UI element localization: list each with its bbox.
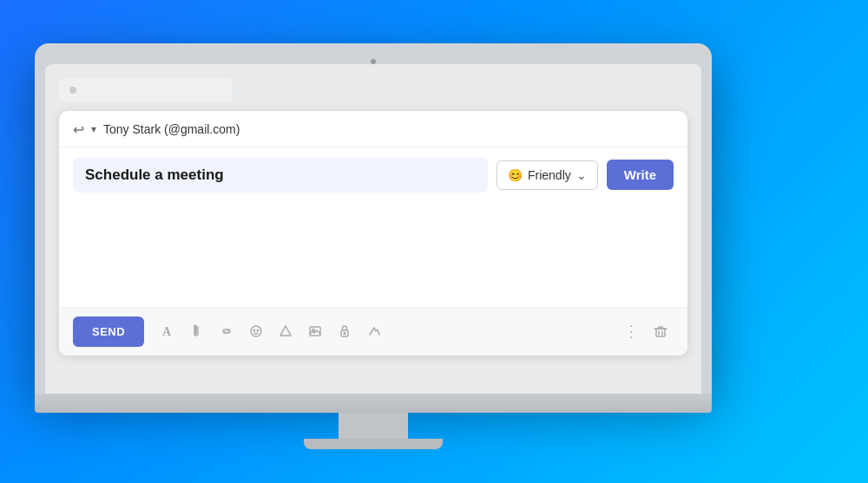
send-button[interactable]: SEND xyxy=(73,317,144,347)
emoji-icon[interactable] xyxy=(243,318,269,344)
attachment-icon[interactable] xyxy=(184,318,210,344)
svg-point-1 xyxy=(251,326,261,336)
svg-point-3 xyxy=(257,330,259,331)
compose-subject-row: 😊 Friendly ⌄ Write xyxy=(59,147,687,203)
photo-icon[interactable] xyxy=(302,318,328,344)
sender-dropdown-icon[interactable]: ▾ xyxy=(91,123,96,135)
tone-chevron-icon: ⌄ xyxy=(576,168,587,182)
sender-name: Tony Stark (@gmail.com) xyxy=(103,122,240,136)
monitor-chin xyxy=(35,394,712,413)
monitor-stand-base xyxy=(304,439,443,449)
browser-tab-bar xyxy=(59,78,233,102)
screen-inner: ↩ ▾ Tony Stark (@gmail.com) 😊 Friendly ⌄… xyxy=(45,64,701,394)
more-options-icon[interactable]: ⋮ xyxy=(618,318,644,344)
subject-input[interactable] xyxy=(73,158,488,193)
back-icon[interactable]: ↩ xyxy=(73,121,84,138)
compose-toolbar: SEND A xyxy=(59,307,687,356)
drive-icon[interactable] xyxy=(273,318,299,344)
tone-label: Friendly xyxy=(528,168,571,182)
write-button[interactable]: Write xyxy=(607,160,674,190)
compose-body[interactable] xyxy=(59,203,687,307)
signature-icon[interactable] xyxy=(361,318,387,344)
link-icon[interactable] xyxy=(214,318,240,344)
monitor-stand-neck xyxy=(339,413,408,439)
svg-text:A: A xyxy=(162,325,172,338)
compose-header: ↩ ▾ Tony Stark (@gmail.com) xyxy=(59,111,687,147)
svg-point-2 xyxy=(253,330,255,331)
tone-selector[interactable]: 😊 Friendly ⌄ xyxy=(496,160,598,190)
camera-dot xyxy=(371,59,376,64)
tone-emoji: 😊 xyxy=(508,168,523,182)
delete-icon[interactable] xyxy=(648,318,674,344)
compose-card: ↩ ▾ Tony Stark (@gmail.com) 😊 Friendly ⌄… xyxy=(59,111,687,356)
svg-marker-4 xyxy=(280,326,291,336)
monitor-screen: ↩ ▾ Tony Stark (@gmail.com) 😊 Friendly ⌄… xyxy=(35,43,712,394)
tab-indicator xyxy=(69,87,76,94)
svg-rect-9 xyxy=(656,329,665,336)
svg-point-8 xyxy=(344,333,345,335)
monitor-wrapper: ↩ ▾ Tony Stark (@gmail.com) 😊 Friendly ⌄… xyxy=(35,43,712,449)
text-format-icon[interactable]: A xyxy=(155,318,181,344)
lock-icon[interactable] xyxy=(332,318,358,344)
